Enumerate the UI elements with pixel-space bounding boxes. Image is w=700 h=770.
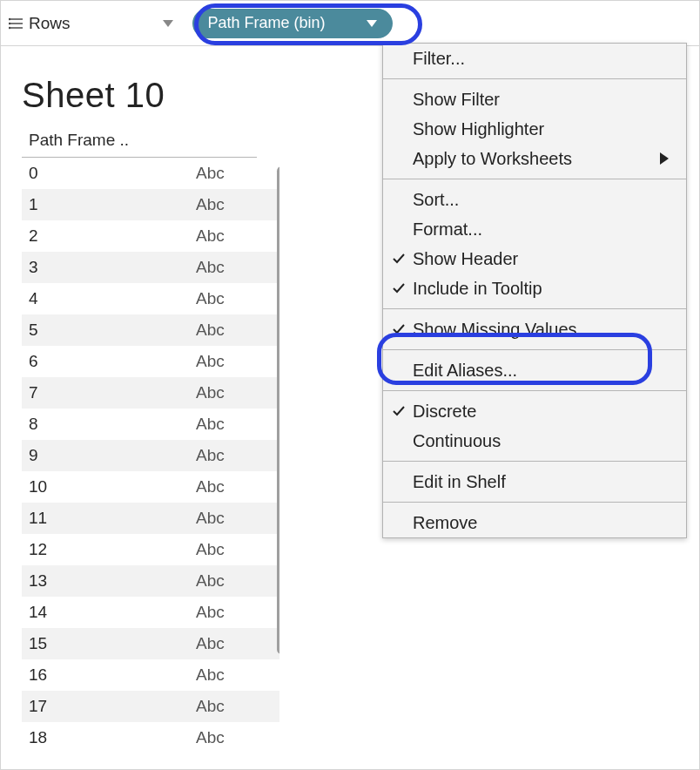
menu-discrete[interactable]: Discrete — [383, 396, 686, 426]
pill-path-frame-bin[interactable]: Path Frame (bin) — [192, 9, 393, 38]
checkmark-icon — [390, 250, 407, 267]
menu-show-header-label: Show Header — [413, 249, 518, 269]
table-row[interactable]: 8Abc — [22, 409, 279, 440]
menu-continuous[interactable]: Continuous — [383, 426, 686, 456]
menu-separator — [383, 179, 686, 179]
row-value: Abc — [196, 195, 257, 214]
row-value: Abc — [196, 383, 257, 402]
row-value: Abc — [196, 728, 257, 747]
row-key: 1 — [22, 195, 196, 214]
menu-show-missing-values[interactable]: Show Missing Values — [383, 314, 686, 344]
table-row[interactable]: 10Abc — [22, 471, 279, 503]
row-key: 0 — [22, 164, 196, 183]
menu-show-highlighter[interactable]: Show Highlighter — [383, 114, 686, 144]
row-value: Abc — [196, 258, 257, 277]
row-value: Abc — [196, 289, 257, 308]
svg-marker-6 — [163, 20, 173, 27]
menu-separator — [383, 461, 686, 462]
table-row[interactable]: 7Abc — [22, 377, 279, 409]
data-table: 0Abc1Abc2Abc3Abc4Abc5Abc6Abc7Abc8Abc9Abc… — [22, 158, 279, 750]
row-value: Abc — [196, 509, 257, 528]
row-key: 10 — [22, 477, 196, 496]
row-value: Abc — [196, 477, 257, 496]
menu-include-in-tooltip[interactable]: Include in Tooltip — [383, 274, 686, 303]
menu-discrete-label: Discrete — [413, 402, 476, 422]
menu-format[interactable]: Format... — [383, 214, 686, 244]
menu-show-filter[interactable]: Show Filter — [383, 84, 686, 114]
row-value: Abc — [196, 352, 257, 371]
row-key: 9 — [22, 446, 196, 465]
row-value: Abc — [196, 603, 257, 622]
rows-icon — [8, 16, 24, 31]
row-value: Abc — [196, 571, 257, 591]
table-row[interactable]: 15Abc — [22, 628, 279, 659]
menu-separator — [383, 390, 686, 391]
row-key: 16 — [22, 665, 196, 685]
table-column-header[interactable]: Path Frame .. — [22, 131, 257, 158]
table-row[interactable]: 0Abc — [22, 158, 279, 189]
checkmark-icon — [390, 402, 407, 420]
row-key: 15 — [22, 634, 196, 653]
row-key: 11 — [22, 509, 196, 528]
table-row[interactable]: 3Abc — [22, 252, 279, 283]
row-value: Abc — [196, 321, 257, 340]
menu-separator — [383, 349, 686, 350]
rows-shelf-dropdown-icon[interactable] — [163, 20, 173, 27]
table-row[interactable]: 18Abc — [22, 722, 279, 750]
row-value: Abc — [196, 540, 257, 559]
table-row[interactable]: 2Abc — [22, 220, 279, 252]
row-value: Abc — [196, 446, 257, 465]
pill-context-menu: Filter... Show Filter Show Highlighter A… — [382, 43, 687, 538]
table-row[interactable]: 5Abc — [22, 314, 279, 346]
table-row[interactable]: 17Abc — [22, 691, 279, 722]
svg-point-4 — [9, 22, 10, 24]
row-key: 7 — [22, 383, 196, 402]
rows-shelf-label: Rows — [29, 14, 71, 33]
row-value: Abc — [196, 415, 257, 434]
row-key: 17 — [22, 697, 196, 716]
row-key: 2 — [22, 226, 196, 246]
table-row[interactable]: 6Abc — [22, 346, 279, 377]
table-row[interactable]: 12Abc — [22, 534, 279, 565]
row-key: 12 — [22, 540, 196, 559]
table-row[interactable]: 13Abc — [22, 565, 279, 597]
menu-separator — [383, 502, 686, 503]
menu-show-header[interactable]: Show Header — [383, 244, 686, 274]
table-row[interactable]: 1Abc — [22, 189, 279, 220]
checkmark-icon — [390, 280, 407, 297]
pill-label: Path Frame (bin) — [208, 14, 326, 32]
menu-separator — [383, 308, 686, 309]
menu-edit-in-shelf[interactable]: Edit in Shelf — [383, 467, 686, 496]
row-key: 13 — [22, 571, 196, 591]
menu-include-in-tooltip-label: Include in Tooltip — [413, 279, 542, 299]
row-key: 4 — [22, 289, 196, 308]
checkmark-icon — [390, 321, 407, 338]
row-value: Abc — [196, 697, 257, 716]
menu-remove[interactable]: Remove — [383, 508, 686, 537]
svg-marker-7 — [367, 20, 377, 27]
row-key: 8 — [22, 415, 196, 434]
table-row[interactable]: 4Abc — [22, 283, 279, 314]
row-value: Abc — [196, 226, 257, 246]
row-key: 3 — [22, 258, 196, 277]
menu-separator — [383, 78, 686, 79]
menu-edit-aliases[interactable]: Edit Aliases... — [383, 355, 686, 385]
menu-sort[interactable]: Sort... — [383, 185, 686, 214]
table-row[interactable]: 9Abc — [22, 440, 279, 471]
svg-point-5 — [9, 26, 10, 29]
row-key: 18 — [22, 728, 196, 747]
menu-apply-to-worksheets[interactable]: Apply to Worksheets — [383, 144, 686, 173]
row-key: 6 — [22, 352, 196, 371]
row-value: Abc — [196, 665, 257, 685]
pill-dropdown-icon[interactable] — [367, 20, 377, 27]
svg-point-3 — [9, 17, 10, 20]
row-value: Abc — [196, 164, 257, 183]
scrollbar-thumb[interactable] — [277, 166, 279, 654]
menu-show-missing-values-label: Show Missing Values — [413, 320, 577, 340]
row-key: 5 — [22, 321, 196, 340]
menu-filter[interactable]: Filter... — [383, 44, 686, 73]
table-row[interactable]: 11Abc — [22, 503, 279, 534]
table-row[interactable]: 14Abc — [22, 597, 279, 628]
row-value: Abc — [196, 634, 257, 653]
table-row[interactable]: 16Abc — [22, 659, 279, 691]
